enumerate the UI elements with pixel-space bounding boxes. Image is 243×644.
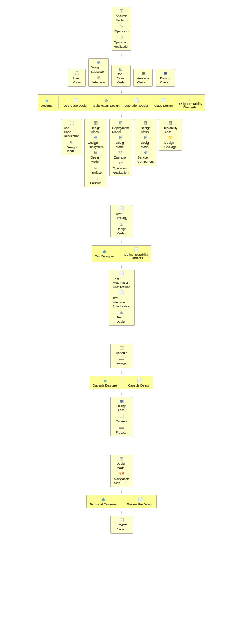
- operation-icon: ⟳: [118, 24, 125, 29]
- capsule-input-grp: ◫ Capsule ▬ Protocol: [110, 344, 133, 368]
- cap-out-cap-icon: ◫: [118, 414, 125, 419]
- subsys-design-icon: ⊕: [103, 98, 110, 103]
- class-design-svc-grp: ▦ DesignClass ⊞ DesignModel ⊕ ServiceCom…: [134, 119, 157, 166]
- arrow-rev-2: ↓: [5, 509, 238, 516]
- cap-designer-actor-icon: ☻: [102, 378, 109, 383]
- op-design-icon: 📄: [134, 98, 140, 103]
- review-design-label: Review the Design: [127, 503, 153, 506]
- analysis-class-label: AnalysisClass: [137, 76, 149, 85]
- role-band-test: ☻ Test Designer 📄 Define TestabilityElem…: [92, 245, 151, 262]
- cap-designer-label: Capsule Designer: [93, 384, 118, 387]
- use-case-node: ◯ UseCase: [68, 69, 86, 86]
- section-review-workflow: ⊞ DesignModel 🗺 NavigationMap ↓ ☻ Techni…: [4, 451, 239, 537]
- review-record-icon: 📋: [118, 518, 125, 523]
- tech-reviewer-role: ☻ Technical Reviewer: [90, 497, 117, 506]
- uc-model-icon: ⊞: [118, 67, 124, 72]
- deployment-grp: ⊞ DeploymentModel ⊞ DesignModel ⟳ Operat…: [109, 119, 132, 177]
- proto-input-icon: ▬: [118, 357, 125, 362]
- test-dm-label: DesignModel: [117, 227, 126, 235]
- test-output-grp: 📄 TestAutomationArchitecture 📄 TestInter…: [109, 270, 135, 326]
- tech-reviewer-actor-icon: ☻: [100, 497, 106, 502]
- arrow-3: ↓: [5, 112, 238, 119]
- capsule-designer-role: ☻ Capsule Designer: [93, 378, 118, 387]
- section-design-workflow: ⊞ AnalysisModel ⟳ Operation ⟳ OperationR…: [4, 4, 239, 191]
- test-class-label: TestabilityClass: [164, 126, 178, 134]
- capsule-output-grp: ▦ DesignClass ◫ Capsule ▬ Protocol: [110, 397, 133, 437]
- ds-icon: ⊕: [93, 135, 99, 140]
- dep-op-label: Operation: [114, 156, 128, 160]
- if-icon: ⌀: [93, 165, 99, 170]
- design-subsystem-label: DesignSubsystem: [91, 66, 106, 74]
- interface-icon: ⌀: [96, 75, 102, 80]
- class-design-icon: 📄: [160, 98, 166, 103]
- designer-label: Designer: [41, 104, 53, 107]
- role-band-1: ☻ Designer 📄 Use-Case Design ⊕ Subsystem…: [38, 94, 205, 111]
- test-iface-spec-label: TestInterfaceSpecification: [112, 296, 130, 309]
- dep-dm-label: DesignModel: [116, 141, 125, 149]
- test-designer-role: ☻ Test Designer: [95, 249, 114, 258]
- arrow-test-1: ↓: [5, 238, 238, 245]
- designer-actor-icon: ☻: [44, 98, 50, 103]
- test-strat-label: TestStrategy: [116, 212, 127, 220]
- sep-rev1: [122, 497, 122, 506]
- designer-role: ☻ Designer: [41, 98, 53, 107]
- define-testability-role: 📄 Define TestabilityElements: [124, 247, 148, 260]
- cap-input-icon: ◫: [118, 346, 125, 350]
- arrow-2: ↓: [5, 87, 238, 94]
- model-icon: ⊞: [118, 9, 125, 14]
- dep-model-label: DeploymentModel: [112, 126, 129, 134]
- test-strategy-node: 📄 TestStrategy ⊞ DesignModel: [110, 205, 133, 237]
- dm-icon: ⊞: [93, 150, 99, 155]
- use-case-model-node: ⊞ Use-CaseModel: [111, 65, 131, 86]
- arrow-rev-1: ↓: [5, 488, 238, 495]
- section-capsule-workflow: ◫ Capsule ▬ Protocol ↓ ☻ Capsule Designe…: [4, 340, 239, 441]
- cap-label: Capsule: [90, 181, 101, 186]
- cdsvc-dc-icon: ▦: [143, 121, 149, 126]
- test-design-icon: ⊞: [118, 310, 125, 315]
- usecase-icon: ◯: [74, 71, 80, 76]
- dep-opreal-icon: ⟳: [118, 161, 124, 166]
- design-class-top-node: ▦ DesignClass: [156, 69, 175, 86]
- cdsvc-svc-icon: ⊕: [143, 150, 149, 155]
- testability-label: Design TestabilityElements: [178, 102, 202, 109]
- cdsvc-dm-icon: ⊞: [143, 135, 149, 140]
- cap-icon: ◫: [93, 176, 99, 181]
- cdsvc-dc-label: DesignClass: [140, 126, 150, 134]
- use-case-model-label: Use-CaseModel: [117, 72, 125, 85]
- design-class-grp: ▦ DesignClass ⊕ DesignSubsystem ⊞ Design…: [84, 119, 107, 188]
- design-model-1-icon: ⊞: [68, 140, 75, 145]
- arrow-test-2: ↓: [5, 263, 238, 270]
- testability-grp: ▦ TestabilityClass 📁 DesignPackage: [159, 119, 182, 151]
- arrow-cap-1: ↓: [5, 369, 238, 376]
- ds-label: DesignSubsystem: [88, 141, 104, 149]
- dep-model-icon: ⊞: [118, 121, 124, 126]
- dm-label: DesignModel: [91, 156, 100, 164]
- test-pkg-label: DesignPackage: [164, 141, 177, 149]
- cdsvc-dm-label: DesignModel: [140, 141, 150, 149]
- review-output-grp: 📋 ReviewRecord: [110, 516, 133, 533]
- test-design-label: TestDesign: [117, 316, 126, 324]
- sep-test1: [119, 247, 119, 260]
- class-design-label: Class Design: [154, 104, 173, 107]
- cap-design-label: Capsule Design: [128, 384, 151, 387]
- op-design-label: Operation Design: [125, 104, 149, 107]
- role-band-capsule: ☻ Capsule Designer 📄 Capsule Design: [90, 376, 153, 389]
- dep-dm-icon: ⊞: [118, 135, 124, 140]
- capsule-design-role: 📄 Capsule Design: [128, 378, 151, 387]
- role-band-review: ☻ Technical Reviewer 📄 Review the Design: [86, 495, 157, 508]
- design-model-1-label: DesignModel: [67, 146, 77, 154]
- test-designer-actor-icon: ☻: [101, 249, 108, 254]
- test-auto-arch-icon: 📄: [118, 271, 125, 276]
- navmap-label: NavigationMap: [114, 477, 129, 485]
- dc-icon: ▦: [93, 121, 99, 126]
- analysis-class-icon: ▦: [140, 71, 146, 76]
- subsystem-design-role: ⊕ Subsystem Design: [93, 98, 120, 107]
- analysis-model-node: ⊞ AnalysisModel ⟳ Operation ⟳ OperationR…: [112, 7, 132, 51]
- class-design-role: 📄 Class Design: [154, 98, 173, 107]
- subsys-design-label: Subsystem Design: [93, 104, 120, 107]
- cap-out-proto-icon: ▬: [118, 425, 125, 430]
- test-pkg-icon: 📁: [168, 135, 174, 140]
- design-class-top-label: DesignClass: [160, 76, 170, 85]
- sep-cap1: [123, 378, 123, 387]
- component-icon: ⊕: [96, 60, 102, 65]
